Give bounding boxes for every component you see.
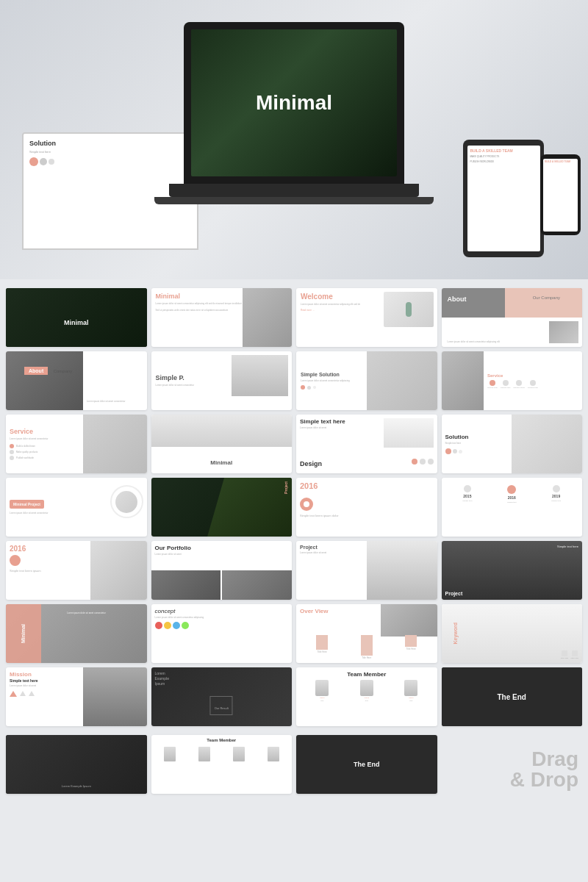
slide-11-content: Simple text here Lorem ipsum dolor sit a… xyxy=(296,415,437,473)
slide-5-img xyxy=(6,351,83,410)
slide-24-vert-text: Keyword xyxy=(442,604,470,663)
kw-label-1: Title Here xyxy=(561,657,569,659)
slide-23-content: Over View Title Here Title Here Title He… xyxy=(296,604,437,663)
slide-8-service-right[interactable]: Service Service One Service Two Service … xyxy=(442,351,583,410)
svc-icon-2 xyxy=(503,380,509,386)
slide-10-content: Minimal xyxy=(151,415,293,473)
slide-9-img xyxy=(83,415,146,473)
slide-28-the-end[interactable]: The End xyxy=(442,667,583,726)
svc-item-3: Publish worldwide xyxy=(16,456,34,459)
year-label-2015: 2015 xyxy=(463,494,471,498)
slide-23-overview[interactable]: Over View Title Here Title Here Title He… xyxy=(296,604,437,663)
slide-11-icons-row xyxy=(412,459,434,465)
slide-18-img1 xyxy=(151,570,221,600)
slide-4-about-gray[interactable]: About Our Company Lorem ipsum dolor sit … xyxy=(442,288,583,347)
slide-16-timeline-multi[interactable]: 2015 Simple Icon 2016 Simple text 2019 S… xyxy=(442,478,583,537)
slide-3-welcome[interactable]: Welcome Lorem ipsum dolor sit amet conse… xyxy=(296,288,437,347)
svc-label-2: Service Two xyxy=(501,387,511,389)
ov-box-2: Title Here xyxy=(361,635,373,659)
slide-24-icons: Title Here Title Here xyxy=(561,650,579,659)
slide-18-portfolio[interactable]: Our Portfolio Lorem ipsum dolor sit amet xyxy=(151,541,293,600)
dot-2 xyxy=(307,386,311,390)
slide-20-project-building[interactable]: Project Simple text here xyxy=(442,541,583,600)
slide-22-concept[interactable]: concept Lorem ipsum dolor sit amet conse… xyxy=(151,604,293,663)
year-circle-2016 xyxy=(507,485,516,494)
slide-15-timeline-2016[interactable]: 2016 Simple text lorem ipsum dolor xyxy=(296,478,437,537)
slide-27-persons: Name Role Name Role Name Role xyxy=(300,680,434,701)
slide-15-inner xyxy=(304,501,309,507)
slide-5-img-fill xyxy=(6,351,83,410)
slide-24-keyword[interactable]: Keyword Title Here Title Here xyxy=(442,604,583,663)
ov-box-3: Title Here xyxy=(405,635,417,659)
slide-1-minimal-dark[interactable]: Minimal xyxy=(6,288,147,347)
tablet-text-2: MAKE QUALITY PRODUCTS xyxy=(470,155,537,158)
slide-15-year: 2016 xyxy=(300,481,434,490)
slide-28-title: The End xyxy=(498,693,526,701)
design-icon-1 xyxy=(412,459,417,465)
person-2-name: Name xyxy=(364,697,369,699)
slide-5-badge-text: About xyxy=(24,367,48,375)
slide-3-img xyxy=(384,292,433,327)
slide-7-simple-solution[interactable]: Simple Solution Lorem ipsum dolor sit am… xyxy=(296,351,437,410)
slide-6-simple-p[interactable]: Simple P. Lorem ipsum dolor sit amet con… xyxy=(151,351,293,410)
slide-17-timeline-2016b[interactable]: 2016 Simple text lorem ipsum xyxy=(6,541,147,600)
drag-drop-container: Drag & Drop xyxy=(442,735,583,794)
slide-25-img-fill xyxy=(83,667,146,726)
slide-22-content: concept Lorem ipsum dolor sit amet conse… xyxy=(151,604,293,663)
slide-12-solution[interactable]: Solution Simple text here xyxy=(442,415,583,473)
kw-icon-2: Title Here xyxy=(570,650,578,659)
slide-2-minimal-orange[interactable]: Minimal Lorem ipsum dolor sit amet conse… xyxy=(151,288,293,347)
slide-25-mission[interactable]: Mission Simple text here Lorem ipsum dol… xyxy=(6,667,147,726)
person-1-name: Name xyxy=(320,697,325,699)
ov-label-3: Title Here xyxy=(406,648,416,650)
ov-box-1: Title Here xyxy=(316,635,328,659)
slide-21-title: Minimal xyxy=(21,624,26,643)
slide-7-img xyxy=(367,351,437,410)
triangle-1 xyxy=(10,691,17,697)
slide-bottom-team[interactable]: Team Member xyxy=(151,735,293,794)
slide-the-end[interactable]: The End xyxy=(296,735,437,794)
tablet-text-1: BUILD A SKILLED TEAM xyxy=(470,148,537,153)
svc-item-1: Build a skilled team xyxy=(16,445,35,448)
phone-text: BUILD A SKILLED TEAM xyxy=(545,160,576,163)
slide-19-img xyxy=(367,541,437,600)
svc-icon-1 xyxy=(490,380,495,386)
slide-21-minimal-vertical[interactable]: Minimal Lorem ipsum dolor sit amet conse… xyxy=(6,604,147,663)
kw-box-2 xyxy=(572,650,578,656)
svc-icon-4 xyxy=(530,380,536,386)
slide-2-img-fill xyxy=(243,288,292,347)
triangle-3 xyxy=(29,691,35,696)
slide-10-title: Minimal xyxy=(210,459,232,466)
slide-26-badge: Our Result xyxy=(210,696,233,715)
slide-26-label: LoremExampleIpsum xyxy=(155,671,169,686)
slide-14-dark-angled[interactable]: Project xyxy=(151,478,293,537)
drop-label: & Drop xyxy=(510,770,578,790)
slide-5-about-badge[interactable]: About Company Lorem ipsum dolor sit amet… xyxy=(6,351,147,410)
slide-10-minimal-cactus[interactable]: Minimal xyxy=(151,415,293,473)
ov-label-2: Title Here xyxy=(362,656,371,659)
ov-bar-2 xyxy=(361,635,373,656)
slide-13-minimal-project[interactable]: Minimal Project Lorem ipsum dolor sit am… xyxy=(6,478,147,537)
slide-8-title: Service xyxy=(487,373,578,378)
slide-17-img xyxy=(90,541,147,600)
ov-bar-3 xyxy=(405,635,417,647)
slide-19-project[interactable]: Project Lorem ipsum dolor sit amet xyxy=(296,541,437,600)
year-label-2019: 2019 xyxy=(552,494,560,498)
year-item-2019: 2019 Simple Icon xyxy=(551,485,561,503)
slide-23-boxes-row: Title Here Title Here Title Here xyxy=(300,635,434,659)
slide-11-design[interactable]: Simple text here Lorem ipsum dolor sit a… xyxy=(296,415,437,473)
slide-9-service-left[interactable]: Service Lorem ipsum dolor sit amet conse… xyxy=(6,415,147,473)
icon-item-4: Service Four xyxy=(528,380,538,389)
slide-26-lorem: LoremExampleIpsum xyxy=(155,671,169,686)
dot-3 xyxy=(313,386,316,389)
slide-bottom-dark[interactable]: Lorem Example Ipsum xyxy=(6,735,147,794)
person-3-role: Role xyxy=(409,700,412,701)
slide-20-content: Project xyxy=(445,591,463,596)
slide-15-content: 2016 Simple text lorem ipsum dolor xyxy=(296,478,437,537)
slide-26-lorem[interactable]: Our Result LoremExampleIpsum xyxy=(151,667,293,726)
slide-23-img-fill xyxy=(381,604,437,637)
svc-dot-3 xyxy=(10,456,14,460)
slide-27-team[interactable]: Team Member Name Role Name Role Name Rol… xyxy=(296,667,437,726)
icon-item-2: Service Two xyxy=(501,380,511,389)
svc-icon-3 xyxy=(516,380,522,386)
